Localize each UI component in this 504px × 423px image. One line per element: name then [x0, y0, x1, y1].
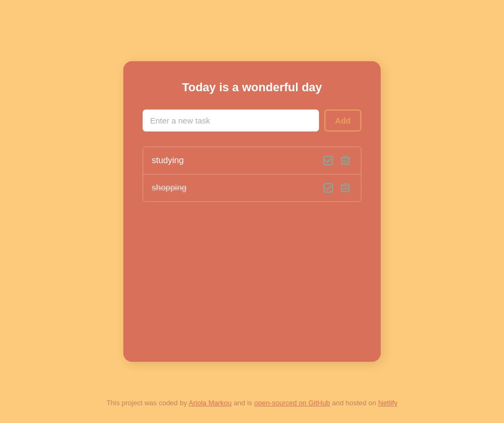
task-actions	[321, 155, 352, 166]
footer-author-link[interactable]: Ariola Markou	[189, 399, 232, 407]
trash-icon	[340, 156, 350, 165]
footer-netlify-link[interactable]: Netlify	[378, 399, 397, 407]
svg-rect-6	[344, 156, 347, 158]
footer-prefix: This project was coded by	[107, 399, 189, 407]
app-title: Today is a wonderful day	[143, 81, 361, 94]
complete-button[interactable]	[321, 155, 335, 166]
add-button[interactable]: Add	[324, 110, 361, 132]
task-text-completed: shopping	[152, 183, 187, 193]
task-list: studying	[143, 147, 361, 202]
check-icon	[323, 156, 333, 165]
input-row: Add	[143, 110, 361, 132]
delete-button[interactable]	[338, 155, 352, 166]
check-icon	[323, 183, 333, 193]
task-item: studying	[143, 147, 361, 174]
footer: This project was coded by Ariola Markou …	[107, 399, 398, 407]
complete-button[interactable]	[321, 182, 335, 194]
svg-rect-13	[344, 184, 347, 185]
footer-middle: and is	[232, 399, 254, 407]
footer-github-link[interactable]: open-sourced on GitHub	[254, 399, 330, 407]
task-text: studying	[152, 156, 184, 165]
task-input[interactable]	[143, 110, 319, 132]
footer-suffix: and hosted on	[330, 399, 379, 407]
task-actions	[321, 182, 352, 194]
task-item: shopping	[143, 174, 361, 201]
app-card: Today is a wonderful day Add studying	[123, 61, 381, 362]
delete-button[interactable]	[338, 182, 352, 194]
trash-icon	[340, 183, 350, 193]
